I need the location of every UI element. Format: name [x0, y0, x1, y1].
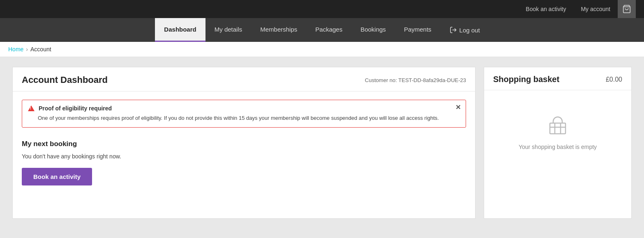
- no-bookings-text: You don't have any bookings right now.: [13, 151, 475, 168]
- customer-number: Customer no: TEST-DD-8afa29da-DUE-23: [365, 77, 466, 83]
- book-activity-button[interactable]: Book an activity: [22, 168, 92, 185]
- top-bar-book-activity[interactable]: Book an activity: [518, 0, 573, 18]
- basket-empty-icon: [547, 115, 569, 137]
- nav-bar: Dashboard My details Memberships Package…: [0, 18, 644, 42]
- basket-title: Shopping basket: [493, 75, 559, 84]
- alert-close-button[interactable]: ✕: [455, 104, 461, 111]
- breadcrumb: Home › Account: [0, 42, 644, 57]
- nav-item-bookings[interactable]: Bookings: [351, 18, 395, 42]
- basket-header: Shopping basket £0.00: [484, 67, 631, 90]
- nav-item-dashboard[interactable]: Dashboard: [155, 18, 205, 42]
- nav-item-packages[interactable]: Packages: [306, 18, 351, 42]
- nav-item-payments[interactable]: Payments: [395, 18, 441, 42]
- eligibility-alert: Proof of eligibility required One of you…: [22, 100, 466, 128]
- basket-empty-content: Your shopping basket is empty: [484, 90, 631, 158]
- nav-item-memberships[interactable]: Memberships: [251, 18, 306, 42]
- dashboard-title: Account Dashboard: [22, 75, 108, 85]
- svg-rect-2: [550, 123, 566, 134]
- basket-empty-text: Your shopping basket is empty: [519, 144, 597, 150]
- breadcrumb-current: Account: [30, 46, 51, 53]
- logout-icon: [450, 26, 457, 34]
- top-bar-my-account[interactable]: My account: [573, 0, 618, 18]
- alert-header: Proof of eligibility required: [28, 105, 460, 112]
- cart-icon: [622, 5, 631, 14]
- basket-amount: £0.00: [606, 76, 622, 83]
- breadcrumb-separator: ›: [26, 46, 28, 53]
- main-content: Account Dashboard Customer no: TEST-DD-8…: [0, 57, 644, 229]
- alert-body: One of your memberships requires proof o…: [38, 114, 460, 122]
- top-bar-cart-button[interactable]: [618, 0, 636, 18]
- logout-label: Log out: [459, 27, 480, 34]
- breadcrumb-home-link[interactable]: Home: [8, 46, 23, 53]
- top-bar: Book an activity My account: [0, 0, 644, 18]
- nav-item-logout[interactable]: Log out: [441, 18, 489, 42]
- basket-panel: Shopping basket £0.00 Your shopping bask…: [484, 67, 632, 219]
- nav-item-my-details[interactable]: My details: [205, 18, 252, 42]
- warning-icon: [28, 105, 35, 111]
- next-booking-title: My next booking: [13, 136, 475, 151]
- alert-title: Proof of eligibility required: [39, 105, 112, 112]
- dashboard-panel: Account Dashboard Customer no: TEST-DD-8…: [12, 67, 475, 219]
- dashboard-header: Account Dashboard Customer no: TEST-DD-8…: [13, 67, 475, 92]
